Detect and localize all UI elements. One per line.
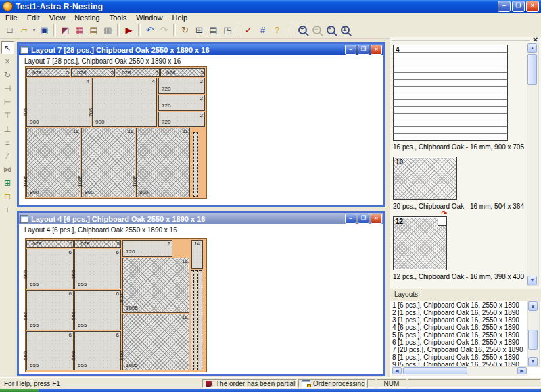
save-button[interactable]: ▣: [37, 24, 51, 37]
nesting-sheet[interactable]: 6285628565666556566655656665565666556566…: [25, 238, 207, 372]
split-strip-tool[interactable]: ≠: [1, 149, 14, 162]
menu-window[interactable]: Window: [132, 14, 168, 22]
sheet-piece[interactable]: 111005800: [81, 128, 135, 197]
sheet-piece[interactable]: 6285: [26, 240, 74, 248]
tile-windows-button[interactable]: ⊞: [192, 24, 206, 37]
part-item[interactable]: 1020 pcs., Chipboard Oak - 16 mm, 504 x …: [390, 157, 526, 210]
part-item[interactable]: 416 pcs., Chipboard Oak - 16 mm, 900 x 7…: [390, 45, 526, 151]
send-to-nesting-button[interactable]: ↻: [178, 24, 192, 37]
part-item[interactable]: 14: [390, 287, 526, 287]
sheets-button[interactable]: ▤: [87, 24, 101, 37]
select-tool[interactable]: ↖: [1, 41, 14, 54]
scroll-down-icon[interactable]: ▼: [527, 276, 537, 285]
sheet-piece[interactable]: 118001005: [122, 314, 189, 370]
zoom-out-button[interactable]: −: [310, 24, 324, 37]
edit-result-tool[interactable]: ⊟: [1, 190, 14, 203]
sheet-piece[interactable]: 6566655: [74, 331, 121, 370]
open-button[interactable]: ▱: [17, 24, 31, 37]
child-close-button[interactable]: ×: [371, 45, 382, 55]
sheet-piece[interactable]: 6285: [71, 68, 115, 77]
check-order-button[interactable]: ✓: [241, 24, 256, 37]
cutting-chart-button[interactable]: #: [256, 24, 270, 37]
print-button[interactable]: ▤: [206, 24, 220, 37]
scrollbar-thumb[interactable]: [527, 54, 537, 85]
child-maximize-button[interactable]: ❐: [358, 45, 369, 55]
child-close-button[interactable]: ×: [371, 214, 382, 224]
undo-button[interactable]: ↶: [143, 24, 157, 37]
redo-button[interactable]: ↷: [157, 24, 171, 37]
run-nesting-button[interactable]: ▶: [122, 24, 136, 37]
child-title-bar[interactable]: Layout 4 [6 pcs.] Chipboard Oak 2550 x 1…: [19, 213, 383, 224]
delete-part-tool[interactable]: ×: [1, 55, 14, 68]
layout-list-item[interactable]: 3 [1 pcs.], Chipboard Oak 16, 2550 x 189…: [392, 316, 527, 324]
sheet-piece[interactable]: 4705900: [92, 78, 157, 127]
sheet-piece[interactable]: 6566655: [26, 290, 74, 330]
layout-window-4[interactable]: Layout 4 [6 pcs.] Chipboard Oak 2550 x 1…: [17, 211, 385, 376]
book-button[interactable]: ▥: [101, 24, 115, 37]
zoom-in-button[interactable]: +: [296, 24, 310, 37]
layouts-scrollbar[interactable]: ▲ ▼: [527, 301, 540, 367]
sheet-piece[interactable]: [199, 270, 202, 370]
sheet-piece[interactable]: 6285: [116, 68, 160, 77]
space-vertical-tool[interactable]: ⊢: [1, 95, 14, 108]
align-top-tool[interactable]: ⊤: [1, 109, 14, 122]
materials-button[interactable]: ▦: [72, 24, 87, 37]
help-button[interactable]: ?: [270, 24, 284, 37]
menu-tools[interactable]: Tools: [105, 14, 133, 22]
sheet-piece[interactable]: 111005800: [136, 128, 190, 197]
layout-list-item[interactable]: 5 [6 pcs.], Chipboard Oak 16, 2550 x 189…: [392, 331, 527, 339]
child-minimize-button[interactable]: –: [345, 214, 356, 224]
open-dropdown[interactable]: ▾: [31, 24, 37, 37]
sheet-piece[interactable]: 6566655: [26, 249, 74, 289]
sheet-piece[interactable]: 14: [191, 240, 203, 269]
layout-list-item[interactable]: 4 [6 pcs.], Chipboard Oak 16, 2550 x 189…: [392, 324, 527, 331]
scroll-right-icon[interactable]: ▶: [517, 367, 527, 374]
edit-parts-button[interactable]: ◩: [58, 24, 72, 37]
sheet-piece[interactable]: [191, 270, 194, 370]
sheet-piece[interactable]: 4705900: [26, 78, 91, 127]
layout-list-item[interactable]: 6 [1 pcs.], Chipboard Oak 16, 2550 x 189…: [392, 339, 527, 346]
layouts-h-scrollbar[interactable]: ◀ ▶: [392, 366, 527, 376]
layout-list-item[interactable]: 8 [1 pcs.], Chipboard Oak 16, 2550 x 189…: [392, 353, 527, 361]
result-window-tool[interactable]: ⊞: [1, 176, 14, 189]
sheet-piece[interactable]: 6285: [74, 240, 121, 248]
scroll-up-icon[interactable]: ▲: [527, 43, 537, 53]
dimensions-tool[interactable]: +: [1, 203, 14, 216]
menu-edit[interactable]: Edit: [23, 14, 45, 22]
start-button-edge[interactable]: [0, 389, 39, 392]
scrollbar-thumb[interactable]: [528, 330, 538, 350]
child-maximize-button[interactable]: ❐: [358, 214, 369, 224]
space-horizontal-tool[interactable]: ⊣: [1, 82, 14, 95]
menu-view[interactable]: View: [45, 14, 71, 22]
layout-window-7[interactable]: Layout 7 [28 pcs.] Chipboard Oak 2550 x …: [17, 42, 385, 207]
minimize-button[interactable]: –: [498, 1, 511, 12]
menu-nesting[interactable]: Nesting: [70, 14, 105, 22]
sheet-piece[interactable]: 2720: [158, 112, 205, 127]
sheet-piece[interactable]: 6566655: [26, 331, 74, 370]
part-item[interactable]: 1212 pcs., Chipboard Oak - 16 mm, 398 x …: [390, 216, 526, 280]
new-button[interactable]: □: [3, 24, 17, 37]
maximize-button[interactable]: ❐: [512, 1, 525, 12]
sheet-piece[interactable]: [195, 270, 198, 370]
sheet-piece[interactable]: 2720: [158, 95, 205, 111]
scroll-down-icon[interactable]: ▼: [528, 357, 538, 366]
scrollbar-thumb[interactable]: [403, 367, 467, 374]
print-preview-button[interactable]: ◳: [220, 24, 235, 37]
menu-file[interactable]: File: [1, 14, 23, 22]
zoom-actual-button[interactable]: 1: [338, 24, 352, 37]
sheet-piece[interactable]: 2720: [122, 240, 172, 257]
menu-help[interactable]: Help: [168, 14, 193, 22]
join-strips-tool[interactable]: ≡: [1, 136, 14, 149]
layout-canvas[interactable]: Layout 4 [6 pcs.], Chipboard Oak 2550 x …: [19, 224, 383, 374]
rotate-part-tool[interactable]: ↻: [1, 68, 14, 81]
scroll-left-icon[interactable]: ◀: [392, 367, 402, 374]
child-minimize-button[interactable]: –: [345, 45, 356, 55]
close-button[interactable]: ×: [526, 1, 539, 12]
sheet-piece[interactable]: 6566655: [74, 249, 121, 289]
sheet-piece[interactable]: [193, 132, 198, 197]
layout-list-item[interactable]: 7 [28 pcs.], Chipboard Oak 16, 2550 x 18…: [392, 346, 527, 353]
child-title-bar[interactable]: Layout 7 [28 pcs.] Chipboard Oak 2550 x …: [19, 44, 383, 55]
sheet-piece[interactable]: 6566655: [74, 290, 121, 330]
layout-list-item[interactable]: 2 [1 pcs.], Chipboard Oak 16, 2550 x 189…: [392, 309, 527, 316]
align-bottom-tool[interactable]: ⊥: [1, 122, 14, 135]
